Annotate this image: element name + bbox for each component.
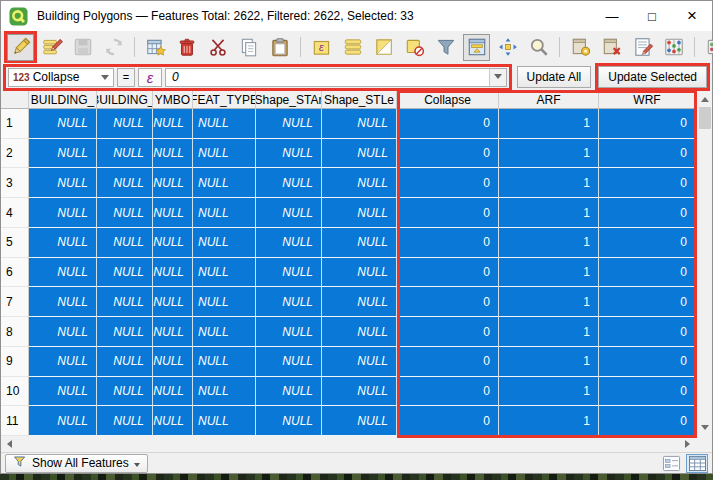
cell-ymbo[interactable]: NULL — [153, 109, 193, 139]
cell-shape-star[interactable]: NULL — [256, 406, 322, 436]
cell-building-i[interactable]: NULL — [97, 258, 153, 288]
column-header-building[interactable]: BUILDING_ — [29, 91, 97, 109]
cell-shape-star[interactable]: NULL — [256, 168, 322, 198]
expression-history-dropdown[interactable] — [489, 69, 506, 86]
cell-shape-stle[interactable]: NULL — [322, 317, 397, 347]
cell-building[interactable]: NULL — [29, 347, 97, 377]
cell-ymbo[interactable]: NULL — [153, 377, 193, 407]
cell-wrf[interactable]: 0 — [599, 347, 696, 377]
cell-ymbo[interactable]: NULL — [153, 139, 193, 169]
minimize-button[interactable]: — — [592, 1, 632, 31]
cell-shape-star[interactable]: NULL — [256, 347, 322, 377]
cell-wrf[interactable]: 0 — [599, 168, 696, 198]
cell-building-i[interactable]: NULL — [97, 287, 153, 317]
cell-feat-type[interactable]: NULL — [193, 258, 256, 288]
update-all-button[interactable]: Update All — [517, 66, 592, 88]
zoom-to-selection-button[interactable] — [525, 34, 552, 61]
cell-collapse[interactable]: 0 — [397, 287, 499, 317]
cell-building-i[interactable]: NULL — [97, 406, 153, 436]
row-number-header[interactable] — [1, 91, 29, 109]
cell-building-i[interactable]: NULL — [97, 317, 153, 347]
cell-arf[interactable]: 1 — [499, 109, 599, 139]
vertical-scrollbar-thumb[interactable] — [699, 107, 711, 129]
show-all-features-button[interactable]: Show All Features — [5, 454, 148, 473]
cut-button[interactable] — [204, 34, 231, 61]
cell-arf[interactable]: 1 — [499, 198, 599, 228]
cell-ymbo[interactable]: NULL — [153, 198, 193, 228]
cell-feat-type[interactable]: NULL — [193, 228, 256, 258]
equals-button[interactable]: = — [117, 68, 135, 87]
cell-arf[interactable]: 1 — [499, 258, 599, 288]
scroll-down-arrow[interactable] — [697, 420, 713, 436]
cell-feat-type[interactable]: NULL — [193, 139, 256, 169]
table-view-button[interactable] — [686, 454, 708, 473]
cell-shape-star[interactable]: NULL — [256, 109, 322, 139]
select-all-button[interactable] — [339, 34, 366, 61]
cell-shape-stle[interactable]: NULL — [322, 347, 397, 377]
cell-collapse[interactable]: 0 — [397, 377, 499, 407]
scroll-up-arrow[interactable] — [697, 91, 713, 107]
cell-arf[interactable]: 1 — [499, 347, 599, 377]
select-by-expression-button[interactable]: ε — [308, 34, 335, 61]
row-number[interactable]: 8 — [1, 317, 29, 347]
row-number[interactable]: 4 — [1, 198, 29, 228]
cell-wrf[interactable]: 0 — [599, 317, 696, 347]
cell-wrf[interactable]: 0 — [599, 198, 696, 228]
column-header-shape-star[interactable]: Shape_STAr — [256, 91, 322, 109]
expression-builder-button[interactable]: ε — [138, 68, 162, 87]
cell-feat-type[interactable]: NULL — [193, 287, 256, 317]
move-selection-to-top-button[interactable] — [463, 34, 490, 61]
row-number[interactable]: 11 — [1, 406, 29, 436]
delete-field-button[interactable] — [598, 34, 625, 61]
deselect-all-button[interactable] — [401, 34, 428, 61]
cell-shape-stle[interactable]: NULL — [322, 228, 397, 258]
maximize-button[interactable]: □ — [632, 1, 672, 31]
cell-shape-stle[interactable]: NULL — [322, 139, 397, 169]
cell-arf[interactable]: 1 — [499, 287, 599, 317]
cell-shape-stle[interactable]: NULL — [322, 109, 397, 139]
cell-arf[interactable]: 1 — [499, 168, 599, 198]
cell-building[interactable]: NULL — [29, 258, 97, 288]
cell-building[interactable]: NULL — [29, 377, 97, 407]
column-header-wrf[interactable]: WRF — [599, 91, 696, 109]
cell-collapse[interactable]: 0 — [397, 228, 499, 258]
cell-shape-stle[interactable]: NULL — [322, 406, 397, 436]
column-header-ymbo[interactable]: YMBO — [153, 91, 193, 109]
cell-ymbo[interactable]: NULL — [153, 168, 193, 198]
cell-collapse[interactable]: 0 — [397, 139, 499, 169]
toggle-editing-button[interactable] — [7, 34, 34, 61]
row-number[interactable]: 7 — [1, 287, 29, 317]
cell-collapse[interactable]: 0 — [397, 347, 499, 377]
vertical-scrollbar[interactable] — [696, 91, 712, 436]
cell-shape-star[interactable]: NULL — [256, 228, 322, 258]
cell-feat-type[interactable]: NULL — [193, 168, 256, 198]
cell-building-i[interactable]: NULL — [97, 377, 153, 407]
cell-feat-type[interactable]: NULL — [193, 198, 256, 228]
cell-collapse[interactable]: 0 — [397, 109, 499, 139]
horizontal-scrollbar-track[interactable] — [17, 436, 680, 452]
cell-shape-star[interactable]: NULL — [256, 139, 322, 169]
cell-building[interactable]: NULL — [29, 198, 97, 228]
expression-input[interactable] — [166, 69, 489, 86]
cell-feat-type[interactable]: NULL — [193, 347, 256, 377]
cell-ymbo[interactable]: NULL — [153, 258, 193, 288]
cell-building-i[interactable]: NULL — [97, 198, 153, 228]
cell-building-i[interactable]: NULL — [97, 109, 153, 139]
row-number[interactable]: 1 — [1, 109, 29, 139]
cell-wrf[interactable]: 0 — [599, 406, 696, 436]
cell-shape-star[interactable]: NULL — [256, 258, 322, 288]
row-number[interactable]: 9 — [1, 347, 29, 377]
cell-building-i[interactable]: NULL — [97, 168, 153, 198]
multi-edit-button[interactable] — [38, 34, 65, 61]
cell-building[interactable]: NULL — [29, 287, 97, 317]
column-header-collapse[interactable]: Collapse — [397, 91, 499, 109]
cell-shape-star[interactable]: NULL — [256, 317, 322, 347]
cell-collapse[interactable]: 0 — [397, 258, 499, 288]
cell-shape-star[interactable]: NULL — [256, 198, 322, 228]
cell-wrf[interactable]: 0 — [599, 287, 696, 317]
cell-wrf[interactable]: 0 — [599, 377, 696, 407]
row-number[interactable]: 6 — [1, 258, 29, 288]
cell-wrf[interactable]: 0 — [599, 228, 696, 258]
conditional-formatting-button[interactable] — [660, 34, 687, 61]
field-calculator-button[interactable] — [629, 34, 656, 61]
